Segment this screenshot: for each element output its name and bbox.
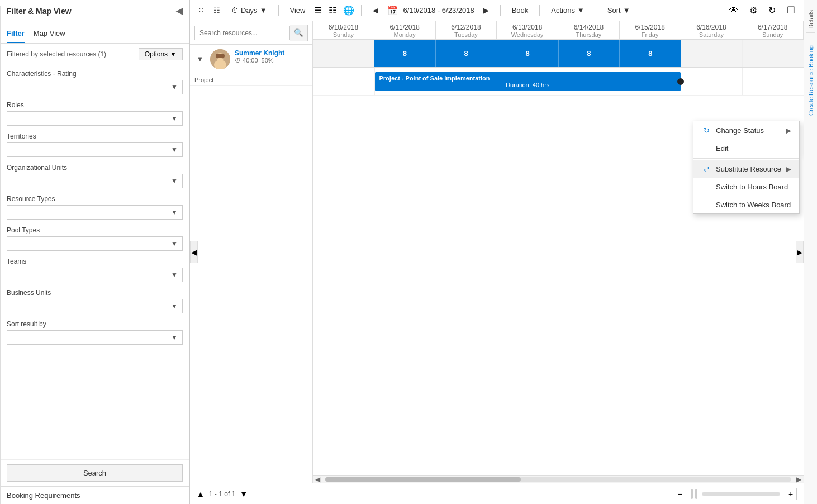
details-sidebar: Details Create Resource Booking xyxy=(804,0,817,504)
zoom-in-button[interactable]: + xyxy=(785,488,797,500)
sort-label: Sort xyxy=(607,6,621,15)
filter-tabs: Filter Map View xyxy=(0,22,189,44)
grid-compact-icon[interactable]: ☷ xyxy=(211,6,222,15)
dropdown-arrow-resource-types: ▼ xyxy=(171,208,178,216)
switch-weeks-label: Switch to Weeks Board xyxy=(716,201,791,209)
filter-select-sort-result[interactable]: ▼ xyxy=(7,330,183,345)
hour-cell-4: 8 xyxy=(559,40,620,67)
day-name-5: Friday xyxy=(621,31,680,38)
resource-percent: 50% xyxy=(262,57,274,64)
dropdown-arrow-characteristics: ▼ xyxy=(171,83,178,91)
grid-view2-icon[interactable]: ☷ xyxy=(329,5,336,16)
hour-cell-2: 8 xyxy=(436,40,497,67)
filter-select-pool-types[interactable]: ▼ xyxy=(7,236,183,251)
filter-select-org-units[interactable]: ▼ xyxy=(7,174,183,188)
booking-duration: Duration: 40 hrs xyxy=(506,82,549,88)
toolbar: ∷ ☷ ⏱ Days ▼ View ☰ ☷ 🌐 ◀ 📅 6/10/2018 - … xyxy=(190,0,804,21)
view-label: View xyxy=(290,6,306,15)
actions-button[interactable]: Actions ▼ xyxy=(547,4,589,17)
actions-label: Actions xyxy=(551,6,575,15)
view-button[interactable]: View xyxy=(286,4,310,17)
fullscreen-icon[interactable]: ❐ xyxy=(787,5,795,16)
left-collapse-arrow[interactable]: ◀ xyxy=(190,241,198,263)
filter-select-territories[interactable]: ▼ xyxy=(7,142,183,157)
hour-cell-3: 8 xyxy=(497,40,559,67)
resource-expand-icon[interactable]: ▼ xyxy=(194,49,206,63)
zoom-slider[interactable] xyxy=(702,492,780,496)
settings-icon[interactable]: ⚙ xyxy=(749,5,757,16)
resource-search-input[interactable] xyxy=(194,26,290,40)
booking-bar[interactable]: Project - Point of Sale Implementation D… xyxy=(375,72,681,91)
date-num-3: 6/13/2018 xyxy=(498,23,557,31)
resource-name[interactable]: Summer Knight xyxy=(235,49,308,57)
zoom-pause-icon xyxy=(691,489,693,499)
hscroll-track xyxy=(325,477,791,482)
options-button[interactable]: Options ▼ xyxy=(139,48,183,60)
eye-icon[interactable]: 👁 xyxy=(729,6,738,16)
pagination-prev-button[interactable]: ▲ xyxy=(197,489,205,498)
context-menu-switch-weeks[interactable]: Switch to Weeks Board xyxy=(694,196,799,213)
date-num-5: 6/15/2018 xyxy=(621,23,680,31)
pagination-controls: ▲ 1 - 1 of 1 ▼ xyxy=(197,489,248,498)
globe-icon[interactable]: 🌐 xyxy=(343,5,354,16)
date-num-6: 6/16/2018 xyxy=(682,23,741,31)
day-name-1: Monday xyxy=(376,31,434,38)
context-menu-change-status[interactable]: ↻ Change Status ▶ xyxy=(694,121,799,139)
filter-label-characteristics: Characteristics - Rating xyxy=(7,70,183,78)
filter-select-resource-types[interactable]: ▼ xyxy=(7,205,183,220)
search-button[interactable]: Search xyxy=(7,464,183,482)
switch-weeks-icon xyxy=(701,199,711,210)
context-menu-switch-hours[interactable]: Switch to Hours Board xyxy=(694,178,799,196)
tab-filter[interactable]: Filter xyxy=(7,26,25,43)
date-col-5: 6/15/2018 Friday xyxy=(620,21,681,39)
dropdown-arrow-sort-result: ▼ xyxy=(171,334,178,341)
filter-pool-types: Pool Types ▼ xyxy=(7,226,183,251)
booking-end-marker xyxy=(677,78,684,85)
list-view-icon[interactable]: ☰ xyxy=(314,5,322,16)
resource-search-row: 🔍 xyxy=(190,21,312,45)
day-name-3: Wednesday xyxy=(498,31,557,38)
dropdown-arrow-roles: ▼ xyxy=(171,115,178,122)
filter-select-business-units[interactable]: ▼ xyxy=(7,299,183,313)
sort-button[interactable]: Sort ▼ xyxy=(603,4,635,17)
collapse-button[interactable]: ◀ xyxy=(176,6,183,16)
tab-map-view[interactable]: Map View xyxy=(34,26,65,43)
pagination-next-button[interactable]: ▼ xyxy=(240,489,248,498)
left-filter-panel: Filter & Map View ◀ Filter Map View Filt… xyxy=(0,0,190,504)
days-button[interactable]: ⏱ Days ▼ xyxy=(227,4,272,17)
prev-date-button[interactable]: ◀ xyxy=(368,4,383,17)
filter-select-roles[interactable]: ▼ xyxy=(7,111,183,126)
zoom-out-button[interactable]: − xyxy=(674,488,686,500)
filter-info-bar: Filtered by selected resources (1) Optio… xyxy=(0,44,189,65)
right-collapse-inner-arrow[interactable]: ▶ xyxy=(796,241,804,263)
options-label: Options xyxy=(145,50,168,58)
change-status-submenu-arrow: ▶ xyxy=(786,126,791,135)
create-booking-label[interactable]: Create Resource Booking xyxy=(808,45,814,116)
days-chevron-icon: ▼ xyxy=(260,6,267,15)
svg-rect-5 xyxy=(216,54,225,58)
booking-requirements-label: Booking Requirements xyxy=(0,486,189,504)
resource-row-summer-knight: ▼ Summer Knight xyxy=(190,45,312,74)
hscroll-thumb[interactable] xyxy=(325,477,521,482)
next-date-button[interactable]: ▶ xyxy=(479,4,493,17)
date-num-0: 6/10/2018 xyxy=(314,23,373,31)
panel-header: Filter & Map View ◀ xyxy=(0,0,189,22)
date-num-1: 6/11/2018 xyxy=(376,23,434,31)
book-button[interactable]: Book xyxy=(507,4,533,17)
hscroll-right-btn[interactable]: ▶ xyxy=(796,476,801,483)
actions-chevron-icon: ▼ xyxy=(577,6,585,15)
details-label[interactable]: Details xyxy=(808,10,814,29)
date-num-4: 6/14/2018 xyxy=(559,23,618,31)
hscroll-left-btn[interactable]: ◀ xyxy=(315,476,320,483)
resource-search-button[interactable]: 🔍 xyxy=(290,25,308,41)
filter-select-characteristics[interactable]: ▼ xyxy=(7,80,183,94)
context-menu-edit[interactable]: Edit xyxy=(694,139,799,157)
separator-4 xyxy=(539,5,540,16)
calendar-icon[interactable]: 📅 xyxy=(387,5,398,16)
filter-label-teams: Teams xyxy=(7,258,183,265)
date-col-2: 6/12/2018 Tuesday xyxy=(436,21,497,39)
context-menu-substitute[interactable]: ⇄ Substitute Resource ▶ xyxy=(694,160,799,178)
refresh-icon[interactable]: ↻ xyxy=(768,5,776,16)
filter-select-teams[interactable]: ▼ xyxy=(7,268,183,282)
grid-view-icon[interactable]: ∷ xyxy=(196,6,207,15)
